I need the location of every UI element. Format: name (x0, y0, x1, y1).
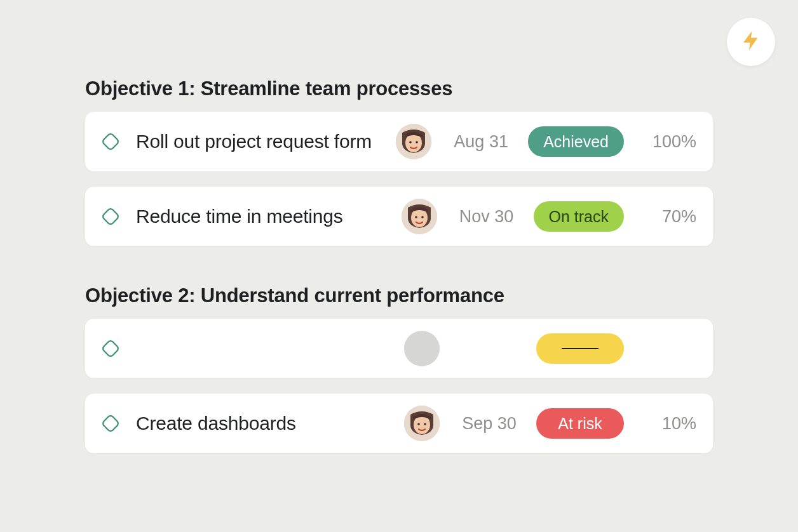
task-title: Create dashboards (136, 413, 394, 434)
svg-rect-0 (102, 133, 119, 150)
lightning-badge (727, 18, 775, 66)
svg-point-9 (421, 216, 424, 218)
diamond-icon[interactable] (99, 337, 122, 360)
lightning-icon (740, 29, 762, 55)
task-title: Reduce time in meetings (136, 206, 391, 227)
diamond-icon[interactable] (99, 412, 122, 435)
svg-rect-10 (102, 340, 119, 357)
diamond-icon[interactable] (99, 130, 122, 153)
svg-point-8 (415, 216, 417, 218)
task-date: Aug 31 (443, 132, 519, 152)
status-badge[interactable]: Achieved (528, 126, 624, 157)
svg-rect-11 (102, 415, 119, 432)
objective-title: Objective 2: Understand current performa… (85, 284, 713, 307)
task-row[interactable]: Roll out project request form Aug 31 Ach… (85, 112, 713, 171)
status-badge-placeholder[interactable] (536, 333, 624, 364)
task-row-placeholder[interactable] (85, 319, 713, 378)
svg-point-14 (417, 423, 420, 425)
task-title: Roll out project request form (136, 131, 386, 152)
objective-block: Objective 2: Understand current performa… (85, 284, 713, 453)
objective-block: Objective 1: Streamline team processes R… (85, 77, 713, 246)
task-row[interactable]: Reduce time in meetings Nov 30 On track … (85, 187, 713, 246)
task-date: Sep 30 (451, 414, 527, 434)
svg-point-15 (424, 423, 426, 425)
status-badge[interactable]: At risk (536, 408, 624, 439)
task-progress: 70% (635, 207, 696, 227)
task-progress: 100% (635, 132, 696, 152)
svg-point-4 (416, 141, 418, 143)
objective-title: Objective 1: Streamline team processes (85, 77, 713, 100)
assignee-avatar[interactable] (402, 199, 437, 234)
assignee-avatar-placeholder[interactable] (404, 331, 440, 366)
task-progress: 10% (635, 414, 696, 434)
diamond-icon[interactable] (99, 205, 122, 228)
svg-rect-5 (102, 208, 119, 225)
task-row[interactable]: Create dashboards Sep 30 At risk 10% (85, 394, 713, 453)
objectives-container: Objective 1: Streamline team processes R… (0, 0, 798, 453)
task-date: Nov 30 (449, 207, 525, 227)
assignee-avatar[interactable] (396, 124, 431, 159)
status-badge[interactable]: On track (534, 201, 624, 232)
svg-point-3 (409, 141, 412, 143)
assignee-avatar[interactable] (404, 406, 440, 441)
